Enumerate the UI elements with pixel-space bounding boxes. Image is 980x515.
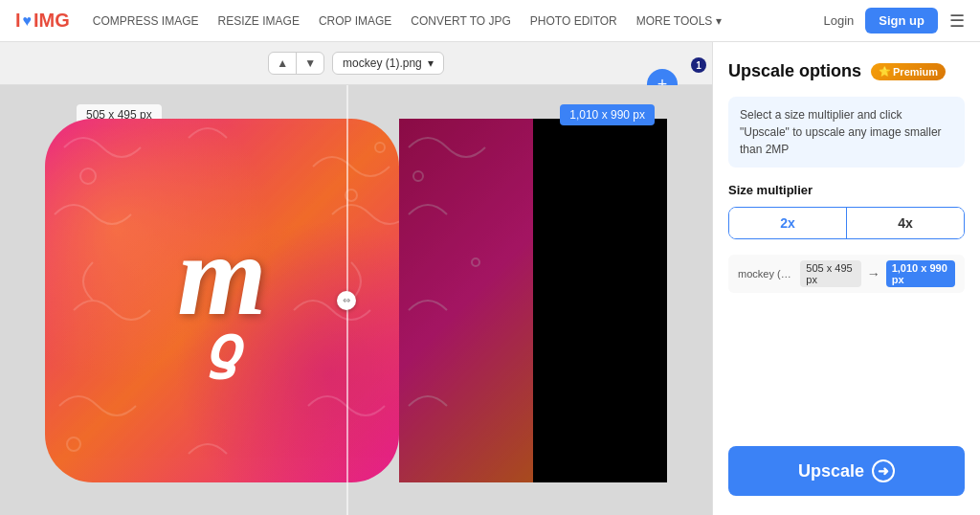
svg-point-4 xyxy=(413,171,423,181)
nav-convert[interactable]: CONVERT TO JPG xyxy=(411,14,510,28)
login-button[interactable]: Login xyxy=(824,13,855,28)
svg-point-5 xyxy=(472,258,479,266)
upscale-label: Upscale xyxy=(798,461,864,481)
canvas-area: ▲ ▼ mockey (1).png ▾ 1 + 505 x 495 px xyxy=(0,42,712,515)
nav-photo[interactable]: PHOTO EDITOR xyxy=(530,14,617,28)
multiplier-4x[interactable]: 4x xyxy=(847,208,964,238)
next-button[interactable]: ▼ xyxy=(297,53,323,74)
prev-button[interactable]: ▲ xyxy=(269,53,297,74)
logo[interactable]: I ♥ IMG xyxy=(15,10,70,32)
size-multiplier-label: Size multiplier xyxy=(728,183,965,197)
svg-point-2 xyxy=(375,143,385,152)
upscaled-image xyxy=(399,119,667,482)
premium-badge: Premium xyxy=(871,63,946,80)
preview-row: mockey (1).p... 505 x 495 px → 1,010 x 9… xyxy=(728,255,965,293)
filename-label: mockey (1).png xyxy=(343,56,422,70)
header-actions: Login Sign up ☰ xyxy=(824,8,965,34)
logo-img-text: IMG xyxy=(33,10,70,32)
svg-point-3 xyxy=(67,437,80,451)
header: I ♥ IMG COMPRESS IMAGE RESIZE IMAGE CROP… xyxy=(0,0,980,42)
nav-compress[interactable]: COMPRESS IMAGE xyxy=(93,14,199,28)
nav-arrows: ▲ ▼ xyxy=(268,52,324,75)
file-selector[interactable]: mockey (1).png ▾ xyxy=(332,52,444,75)
preview-filename: mockey (1).p... xyxy=(738,268,794,280)
menu-button[interactable]: ☰ xyxy=(949,11,965,32)
notification-badge: 1 xyxy=(691,57,706,73)
circle-arrow-icon: ➜ xyxy=(872,459,895,482)
panel-title: Upscale options xyxy=(728,61,861,81)
arrow-right-icon: → xyxy=(867,266,880,281)
nav: COMPRESS IMAGE RESIZE IMAGE CROP IMAGE C… xyxy=(93,14,801,28)
nav-crop[interactable]: CROP IMAGE xyxy=(319,14,391,28)
signup-button[interactable]: Sign up xyxy=(865,8,938,34)
canvas-toolbar: ▲ ▼ mockey (1).png ▾ 1 + xyxy=(0,42,712,85)
multiplier-options: 2x 4x xyxy=(728,207,965,239)
nav-resize[interactable]: RESIZE IMAGE xyxy=(218,14,300,28)
multiplier-2x[interactable]: 2x xyxy=(729,208,847,238)
svg-point-0 xyxy=(80,168,96,184)
main: ▲ ▼ mockey (1).png ▾ 1 + 505 x 495 px xyxy=(0,42,980,515)
chevron-down-icon: ▾ xyxy=(716,14,722,28)
nav-more[interactable]: MORE TOOLS ▾ xyxy=(636,14,723,28)
panel-header: Upscale options Premium xyxy=(728,61,965,81)
heart-icon: ♥ xyxy=(23,12,33,30)
panel-description: Select a size multiplier and click "Upsc… xyxy=(728,97,965,168)
image-container: 505 x 495 px xyxy=(0,85,712,515)
size-multiplier-section: Size multiplier 2x 4x xyxy=(728,183,965,239)
preview-size-to: 1,010 x 990 px xyxy=(886,260,955,287)
preview-size-from: 505 x 495 px xyxy=(800,260,860,287)
cursive-bottom: ƍ xyxy=(205,314,240,382)
upscale-button[interactable]: Upscale ➜ xyxy=(728,446,965,496)
right-panel: Upscale options Premium Select a size mu… xyxy=(712,42,980,515)
divider-handle[interactable]: ⇔ xyxy=(337,291,356,310)
logo-text: I xyxy=(15,10,21,32)
chevron-down-icon: ▾ xyxy=(428,56,434,70)
dim-label-right: 1,010 x 990 px xyxy=(560,104,655,125)
